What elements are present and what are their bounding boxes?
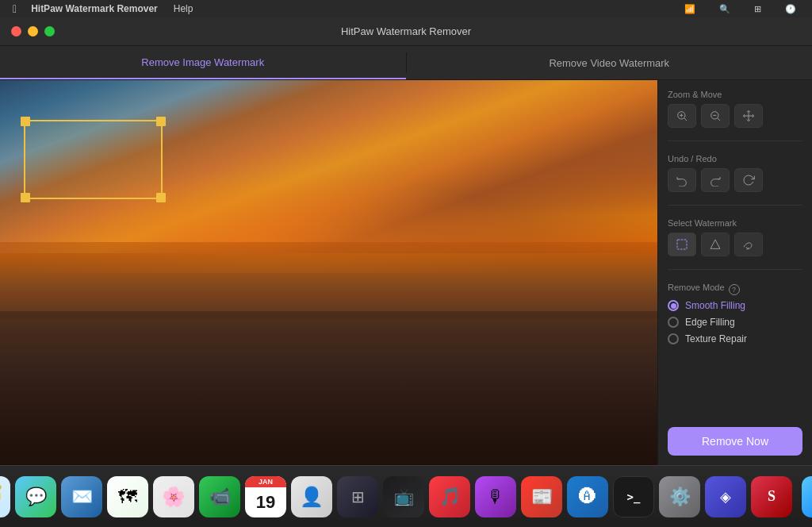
sidebar: Zoom & Move [657, 80, 812, 465]
control-center-icon[interactable]: ⊞ [746, 0, 769, 17]
status-area: 📶 🔍 ⊞ 🕐 [676, 0, 804, 17]
divider-1 [668, 140, 802, 141]
dock-terminal[interactable]: >_ [613, 476, 654, 517]
window-title: HitPaw Watermark Remover [341, 25, 471, 37]
dock-finder2[interactable]: 🔵 [802, 476, 812, 517]
redo-icon [709, 174, 722, 187]
mode-radio-group: Smooth Filling Edge Filling Texture Repa… [668, 300, 802, 344]
polygon-select-icon [709, 238, 722, 251]
mode-edge-label: Edge Filling [685, 317, 735, 328]
dock-music[interactable]: 🎵 [429, 476, 470, 517]
mode-smooth[interactable]: Smooth Filling [668, 300, 802, 311]
handle-bl[interactable] [21, 193, 30, 202]
radio-texture-circle [668, 333, 679, 344]
remove-mode-label: Remove Mode [668, 283, 725, 292]
zoom-out-icon [709, 110, 722, 122]
handle-tl[interactable] [21, 117, 30, 126]
canvas-image [0, 80, 657, 465]
rocks-layer [0, 311, 657, 465]
reset-icon [742, 174, 755, 187]
handle-tr[interactable] [156, 117, 166, 126]
reset-button[interactable] [734, 168, 763, 192]
move-button[interactable] [734, 104, 763, 128]
polygon-select-button[interactable] [701, 233, 730, 256]
svg-rect-7 [677, 240, 687, 249]
divider-3 [668, 269, 802, 270]
brush-select-icon [742, 238, 755, 251]
radio-edge-circle [668, 317, 679, 328]
undo-icon [676, 174, 688, 187]
zoom-move-section: Zoom & Move [668, 90, 802, 128]
zoom-out-button[interactable] [701, 104, 730, 128]
dock-settings[interactable]: ⚙️ [659, 476, 700, 517]
apple-menu[interactable]:  [6, 0, 23, 17]
zoom-tools [668, 104, 802, 128]
main-area: Zoom & Move [0, 80, 812, 465]
selection-box[interactable] [24, 120, 163, 199]
remove-now-button[interactable]: Remove Now [668, 427, 802, 456]
undo-redo-label: Undo / Redo [668, 154, 802, 163]
remove-mode-title-row: Remove Mode ? [668, 283, 802, 297]
svg-marker-8 [710, 240, 720, 248]
help-menu[interactable]: Help [166, 0, 201, 17]
dock-grid[interactable]: ⊞ [337, 476, 378, 517]
water-layer [0, 242, 657, 319]
dock-maps[interactable]: 🗺 [107, 476, 148, 517]
traffic-lights [11, 26, 55, 37]
wifi-icon: 📶 [676, 0, 703, 17]
minimize-button[interactable] [28, 26, 38, 37]
menubar:  HitPaw Watermark Remover Help 📶 🔍 ⊞ 🕐 [0, 0, 812, 17]
remove-mode-section: Remove Mode ? Smooth Filling Edge Fillin… [668, 283, 802, 344]
search-icon[interactable]: 🔍 [711, 0, 738, 17]
dock-appstore[interactable]: 🅐 [567, 476, 608, 517]
undo-redo-section: Undo / Redo [668, 154, 802, 192]
tab-video[interactable]: Remove Video Watermark [407, 46, 813, 79]
dock-scrobble[interactable]: S [751, 476, 792, 517]
clock: 🕐 [777, 0, 804, 17]
dock-appletv[interactable]: 📺 [383, 476, 424, 517]
zoom-move-label: Zoom & Move [668, 90, 802, 99]
mode-smooth-label: Smooth Filling [685, 300, 745, 311]
tab-image[interactable]: Remove Image Watermark [0, 46, 406, 79]
dock-photos[interactable]: 🌸 [153, 476, 194, 517]
dock: 🎭 ⬛ 🧭 💬 ✉️ 🗺 🌸 📹 JAN [0, 465, 812, 527]
app-window:  HitPaw Watermark Remover Help 📶 🔍 ⊞ 🕐 … [0, 0, 812, 527]
canvas-area[interactable] [0, 80, 657, 465]
help-icon[interactable]: ? [729, 284, 740, 295]
mode-texture-label: Texture Repair [685, 333, 747, 344]
maximize-button[interactable] [44, 26, 55, 37]
dock-messages[interactable]: 💬 [15, 476, 56, 517]
mode-edge[interactable]: Edge Filling [668, 317, 802, 328]
select-tools [668, 233, 802, 256]
svg-line-1 [684, 118, 687, 121]
handle-br[interactable] [156, 193, 166, 202]
dock-facetime[interactable]: 📹 [199, 476, 240, 517]
dock-news[interactable]: 📰 [521, 476, 562, 517]
app-menu-name[interactable]: HitPaw Watermark Remover [23, 0, 166, 17]
zoom-in-button[interactable] [668, 104, 696, 128]
dock-calendar[interactable]: JAN 19 [245, 476, 286, 517]
dock-linear[interactable]: ◈ [705, 476, 746, 517]
zoom-in-icon [676, 110, 688, 122]
move-icon [742, 110, 755, 122]
brush-select-button[interactable] [734, 233, 763, 256]
undo-redo-tools [668, 168, 802, 192]
rect-select-button[interactable] [668, 233, 696, 256]
dock-safari[interactable]: 🧭 [0, 476, 10, 517]
redo-button[interactable] [701, 168, 730, 192]
close-button[interactable] [11, 26, 21, 37]
svg-line-5 [717, 118, 720, 121]
select-watermark-label: Select Watermark [668, 218, 802, 228]
undo-button[interactable] [668, 168, 696, 192]
tabs-bar: Remove Image Watermark Remove Video Wate… [0, 46, 812, 80]
dock-podcasts[interactable]: 🎙 [475, 476, 516, 517]
mode-texture[interactable]: Texture Repair [668, 333, 802, 344]
titlebar: HitPaw Watermark Remover [0, 17, 812, 46]
radio-smooth-circle [668, 300, 679, 311]
rect-select-icon [676, 238, 688, 251]
dock-contacts[interactable]: 👤 [291, 476, 332, 517]
divider-2 [668, 205, 802, 206]
select-watermark-section: Select Watermark [668, 218, 802, 256]
dock-mail[interactable]: ✉️ [61, 476, 102, 517]
